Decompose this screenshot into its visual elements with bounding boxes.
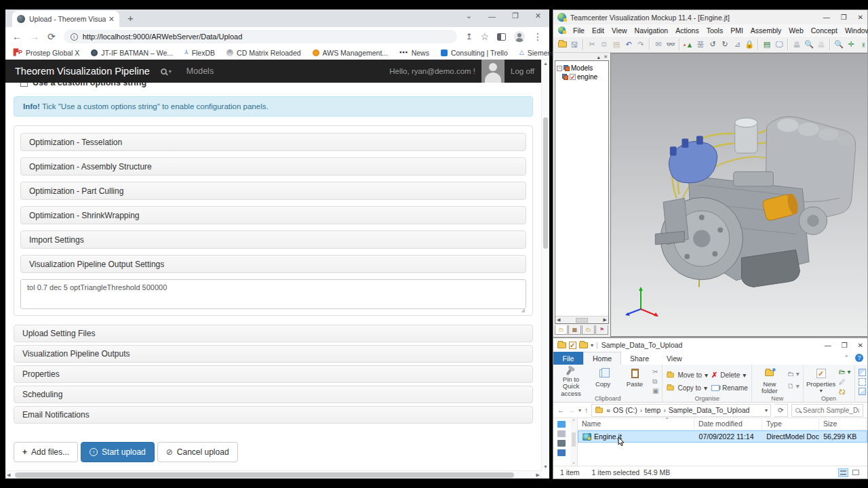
bookmark-cdmatrix[interactable]: CD Matrix Reloaded [226,49,301,57]
file-row-engine[interactable]: Engine.jt 07/09/2022 11:14 DirectModel D… [578,430,867,443]
page-info-icon[interactable]: i [71,33,78,41]
navpane-scroll-thumb[interactable] [572,432,576,447]
bookmark-jtif[interactable]: JT-IF BATMAN – We... [91,49,173,57]
scroll-right-arrow[interactable]: ▶ [536,472,540,478]
scroll-up-arrow[interactable]: ▲ [542,61,549,66]
new-item-button[interactable]: 🗋 ▾ [787,382,800,390]
snapshot-icon[interactable]: 🖵 [773,38,785,51]
panel-visualization-pipeline-outputs[interactable]: Visualization Pipeline Outputs [14,345,533,363]
drive-node-icon[interactable] [557,440,566,447]
copy-path-button[interactable]: ⧉ [652,378,658,386]
vertical-scroll-thumb[interactable] [543,117,548,249]
cancel-upload-button[interactable]: ⊘Cancel upload [157,442,238,462]
panel-import-settings[interactable]: Import Settings [20,230,526,249]
menu-file[interactable]: File [573,26,585,35]
quick-access-check-icon[interactable]: ✓ [569,342,576,349]
breadcrumb-drive[interactable]: OS (C:) [613,406,637,414]
paste-icon[interactable]: ▤ [610,38,623,51]
cut-icon[interactable]: ✂ [586,38,598,51]
orbit-icon[interactable]: ↺ [707,38,719,51]
edit-button[interactable]: 🖉 [839,378,851,386]
tab-bookmarks-panel[interactable]: ▦ [568,325,581,335]
viewport-3d[interactable] [610,53,867,337]
tab-home[interactable]: Home [583,352,621,365]
panel-optimization-part-culling[interactable]: Optimization - Part Culling [20,182,526,200]
select-none-button[interactable]: Select none [859,378,868,386]
ex-close-button[interactable]: ✕ [858,342,863,349]
panel-scheduling[interactable]: Scheduling [14,386,533,403]
logoff-link[interactable]: Log off [511,67,541,75]
menu-navigation[interactable]: Navigation [635,26,669,35]
panel-optimization-tesselation[interactable]: Optimization - Tesselation [20,133,526,151]
measure-icon[interactable]: ⊿ [731,38,743,51]
breadcrumb-bar[interactable]: « OS (C:) › temp › Sample_Data_To_Upload… [591,404,771,417]
panel-visualization-output-settings[interactable]: Visualization Pipeline Output Settings [20,255,526,273]
navpane-scrollbar[interactable]: ⌃ ⌄ [570,418,577,466]
tree-expander-icon[interactable]: − [557,66,562,71]
options-string-textarea[interactable]: tol 0.7 dec 5 optTriangleThreshold 50000… [20,279,526,309]
zoom-tool-icon[interactable]: 🔍 [833,38,845,51]
network-node-icon[interactable] [557,449,566,456]
qat-dropdown-icon[interactable]: ▾ [591,342,593,348]
paste-button[interactable]: Paste [620,367,649,394]
plot-icon[interactable]: 🖶 [815,38,827,51]
column-date-modified[interactable]: Date modified [694,418,762,429]
undo-icon[interactable]: ↶ [623,38,635,51]
search-caret-icon[interactable]: ▾ [169,68,172,75]
quick-access-folder-icon[interactable] [579,342,588,348]
menu-concept[interactable]: Concept [811,26,837,35]
tc-minimize-button[interactable]: — [823,14,830,21]
dock-close-icon[interactable]: ✕ [604,54,608,60]
ex-up-icon[interactable]: ↑ [585,406,588,414]
bookmark-news[interactable]: ▪▪▪News [399,49,429,57]
view-options-icon[interactable]: 👓 [665,38,677,51]
search-icon[interactable] [161,68,167,75]
add-files-button[interactable]: +Add files... [14,442,78,462]
menu-edit[interactable]: Edit [592,26,604,35]
copy-icon[interactable]: ⧉ [598,38,610,51]
menu-pmi[interactable]: PMI [730,26,743,35]
tree-horizontal-scrollbar[interactable]: ◀ ▶ [555,316,608,323]
start-upload-button[interactable]: ↑Start upload [81,442,155,462]
rename-button[interactable]: Rename [711,384,748,392]
custom-options-checkbox[interactable] [20,83,28,87]
browser-maximize-button[interactable]: ❐ [512,12,519,20]
share-icon[interactable]: ↥ [465,33,472,41]
menu-assembly[interactable]: Assembly [751,26,782,35]
page-horizontal-scrollbar[interactable]: ◀ ▶ [5,470,541,479]
address-bar[interactable]: i http://localhost:9000/ARWebServer/Data… [64,30,458,43]
delete-button[interactable]: ✗Delete ▾ [711,371,748,380]
lock-icon[interactable]: 🔒 [743,38,755,51]
ex-maximize-button[interactable]: ❐ [842,342,848,349]
site-brand[interactable]: Theorem Visualization Pipeline [15,66,150,77]
cut-button[interactable]: ✂ [652,368,658,376]
properties-button[interactable]: ✓Properties▾ [807,367,835,394]
navigation-pane[interactable]: ⌃ ⌄ [553,418,578,466]
tab-file[interactable]: File [553,352,583,365]
scroll-down-arrow[interactable]: ▼ [542,464,549,469]
column-name[interactable]: Name [578,418,694,429]
tab-share[interactable]: Share [621,352,658,365]
open-button[interactable]: 🗁 ▾ [839,368,851,375]
pan-tool-icon[interactable]: ✛ [845,38,857,51]
menu-web[interactable]: Web [789,26,803,35]
explorer-title-bar[interactable]: ✓ ▾ | Sample_Data_To_Upload — ❐ ✕ [553,338,867,352]
breadcrumb-overflow[interactable]: « [606,406,610,414]
redo-icon[interactable]: ↷ [635,38,647,51]
new-tab-button[interactable]: + [127,12,134,24]
panel-optimization-shrinkwrapping[interactable]: Optimization - ShrinkWrapping [20,206,526,224]
browser-close-button[interactable]: ✕ [535,12,541,20]
refresh-icon[interactable]: ⟳ [774,404,788,417]
tab-notes-panel[interactable]: ⚑ [595,325,608,335]
menu-tools[interactable]: Tools [707,26,724,35]
user-avatar[interactable] [481,60,505,83]
browser-minimize-button[interactable]: — [488,12,496,20]
invert-selection-button[interactable]: Invert selection [859,388,868,395]
bookmark-prostep[interactable]: ▛PProstep Global X [14,49,79,57]
copy-button[interactable]: Copy [589,367,617,394]
panel-email-notifications[interactable]: Email Notifications [14,406,533,424]
materials-book-icon[interactable]: ▤ [761,38,773,51]
reload-icon[interactable]: ⟳ [47,32,56,41]
open-icon[interactable] [556,38,568,51]
visibility-checkbox[interactable]: ✓ [570,74,576,80]
